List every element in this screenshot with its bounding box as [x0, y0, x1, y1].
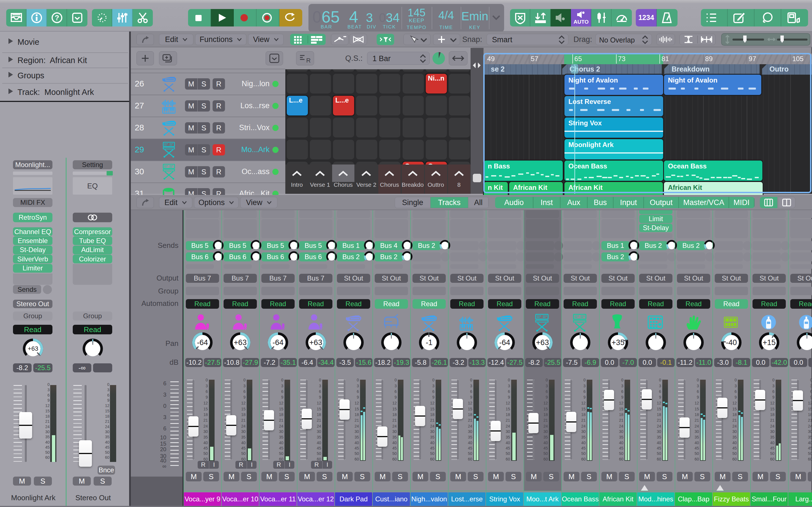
svg-text:?: ?: [55, 13, 59, 22]
svg-text:AUTO: AUTO: [573, 19, 589, 25]
svg-text:1234: 1234: [638, 13, 654, 21]
svg-text:R: R: [306, 57, 311, 64]
